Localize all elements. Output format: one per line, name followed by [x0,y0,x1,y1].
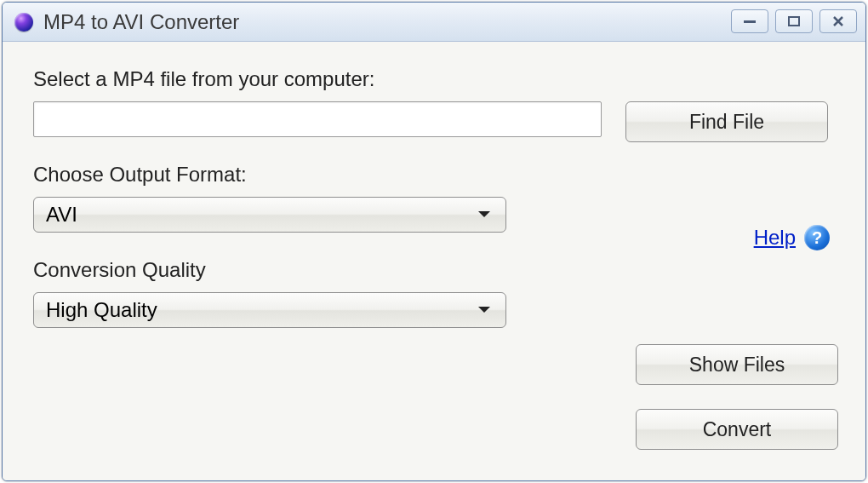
output-format-label: Choose Output Format: [33,163,838,187]
app-icon [14,13,33,32]
help-link[interactable]: Help [754,226,796,250]
show-files-button[interactable]: Show Files [636,344,838,385]
output-format-section: Choose Output Format: AVI [33,163,838,233]
client-area: Select a MP4 file from your computer: Fi… [3,42,865,480]
file-row: Find File [33,101,838,142]
window-title: MP4 to AVI Converter [43,10,239,34]
find-file-button[interactable]: Find File [625,101,828,142]
maximize-button[interactable] [775,9,813,33]
minimize-button[interactable] [731,9,768,33]
titlebar: MP4 to AVI Converter [3,3,865,42]
application-window: MP4 to AVI Converter Select a MP4 file f… [2,2,866,481]
close-icon [832,15,844,27]
output-format-value: AVI [46,203,77,227]
help-area: Help ? [754,225,830,250]
window-controls [731,9,857,33]
file-path-input[interactable] [33,101,602,137]
close-button[interactable] [819,9,857,33]
output-format-select[interactable]: AVI [33,197,506,233]
quality-select[interactable]: High Quality [33,292,506,328]
select-file-label: Select a MP4 file from your computer: [33,67,838,91]
minimize-icon [743,17,757,26]
help-icon[interactable]: ? [804,225,830,250]
svg-rect-1 [789,17,799,26]
action-buttons: Show Files Convert [636,344,838,450]
convert-button[interactable]: Convert [636,409,838,450]
maximize-icon [788,16,800,26]
quality-value: High Quality [46,298,157,322]
svg-rect-0 [744,20,756,23]
quality-section: Conversion Quality High Quality [33,258,838,328]
quality-label: Conversion Quality [33,258,838,282]
